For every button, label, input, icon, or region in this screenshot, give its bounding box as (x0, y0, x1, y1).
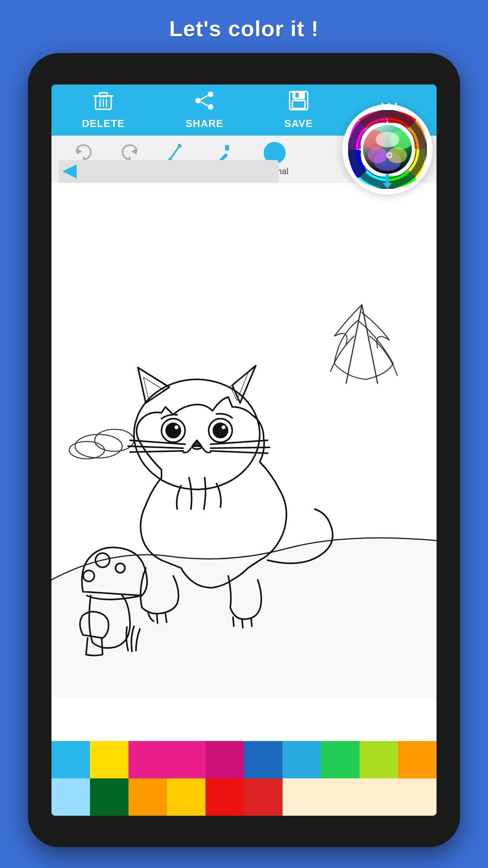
palette-color-r2-9[interactable] (398, 778, 437, 816)
save-icon (288, 90, 309, 115)
pick-icon (165, 143, 184, 162)
delete-icon (93, 90, 114, 115)
palette-color-r2-3[interactable] (167, 778, 205, 816)
svg-line-57 (242, 619, 243, 628)
svg-marker-15 (77, 148, 82, 154)
palette-color-r2-2[interactable] (128, 778, 167, 816)
svg-line-52 (211, 447, 270, 448)
svg-line-10 (201, 102, 208, 106)
save-label: SAVE (284, 118, 313, 130)
svg-point-18 (178, 144, 182, 148)
palette-color-r1-2[interactable] (128, 741, 167, 778)
svg-point-32 (368, 147, 387, 163)
phone-frame: DELETE SHARE (28, 53, 460, 847)
brush-size-strip (59, 160, 279, 183)
svg-line-56 (233, 617, 234, 626)
svg-line-9 (201, 96, 208, 99)
svg-point-38 (75, 434, 122, 458)
palette-color-r1-6[interactable] (283, 741, 321, 778)
palette-color-r2-5[interactable] (244, 778, 283, 816)
undo-icon (73, 143, 92, 162)
color-wheel-svg (348, 110, 427, 189)
page-title: Let's color it ! (169, 16, 319, 41)
drawing-canvas[interactable] (51, 183, 437, 741)
palette-color-r2-0[interactable] (51, 778, 90, 816)
svg-point-8 (195, 98, 201, 103)
delete-button[interactable]: DELETE (82, 90, 125, 130)
svg-rect-13 (292, 101, 305, 108)
svg-point-7 (208, 104, 213, 110)
palette-color-r2-1[interactable] (90, 778, 128, 816)
palette-color-r1-4[interactable] (205, 741, 244, 778)
palette-color-r2-7[interactable] (321, 778, 360, 816)
svg-point-33 (387, 147, 407, 163)
addline-icon (213, 143, 232, 162)
palette-color-r1-5[interactable] (244, 741, 283, 778)
palette-row-1 (51, 741, 437, 778)
svg-point-6 (208, 92, 213, 97)
svg-point-43 (166, 423, 180, 438)
palette-color-r1-8[interactable] (360, 741, 398, 778)
svg-point-47 (222, 425, 226, 429)
coloring-page-svg (51, 183, 437, 741)
svg-line-53 (211, 451, 268, 453)
redo-icon (121, 143, 140, 162)
share-icon (194, 90, 215, 115)
color-wheel[interactable] (342, 104, 433, 195)
svg-point-44 (174, 425, 178, 429)
phone-screen: DELETE SHARE (51, 85, 437, 816)
secondary-toolbar: UNDO REDO PICK (51, 136, 437, 183)
save-button[interactable]: SAVE (284, 90, 313, 130)
brush-size-arrow[interactable] (62, 164, 77, 178)
palette-color-r2-6[interactable] (283, 778, 321, 816)
svg-line-63 (102, 639, 103, 655)
svg-line-58 (251, 618, 252, 626)
svg-line-54 (157, 614, 158, 623)
palette-color-r2-4[interactable] (205, 778, 244, 816)
svg-point-34 (376, 132, 399, 147)
svg-rect-14 (295, 93, 299, 97)
svg-line-50 (130, 451, 183, 452)
svg-point-39 (95, 429, 134, 451)
palette-color-r1-9[interactable] (398, 741, 437, 778)
palette-color-r1-3[interactable] (167, 741, 205, 778)
palette-color-r2-8[interactable] (360, 778, 398, 816)
share-button[interactable]: SHARE (185, 90, 223, 130)
svg-line-17 (170, 146, 180, 159)
palette-color-r1-7[interactable] (321, 741, 360, 778)
svg-point-41 (134, 379, 260, 489)
svg-marker-16 (131, 148, 137, 154)
svg-point-46 (213, 423, 227, 438)
palette-color-r1-0[interactable] (51, 741, 90, 778)
palette-color-r1-1[interactable] (90, 741, 128, 778)
delete-label: DELETE (82, 118, 125, 130)
share-label: SHARE (185, 118, 223, 130)
svg-rect-21 (225, 145, 229, 151)
palette-row-2 (51, 778, 437, 816)
color-palette (51, 741, 437, 816)
